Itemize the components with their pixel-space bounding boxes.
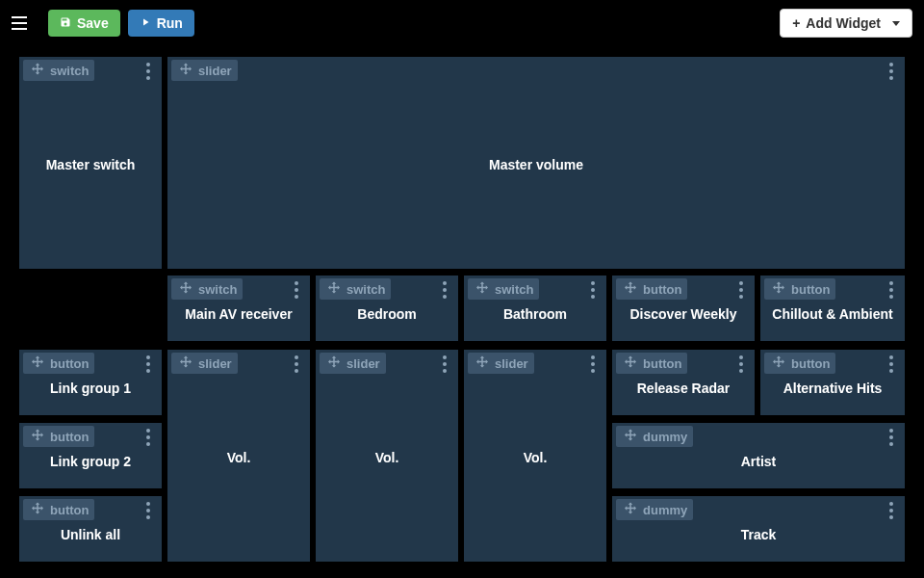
widget-type-label: button xyxy=(791,356,830,371)
widget-vol-2[interactable]: slider Vol. xyxy=(315,349,459,563)
widget-title: Link group 2 xyxy=(19,450,162,469)
widget-title: Vol. xyxy=(219,446,259,465)
widget-title: Link group 1 xyxy=(19,377,162,396)
widget-type-label: slider xyxy=(495,356,528,371)
kebab-icon[interactable] xyxy=(884,427,899,448)
widget-link-group-1[interactable]: button Link group 1 xyxy=(18,349,163,416)
widget-type-label: button xyxy=(50,503,89,517)
kebab-icon[interactable] xyxy=(733,279,749,301)
widget-bedroom[interactable]: switch Bedroom xyxy=(315,275,459,342)
kebab-icon[interactable] xyxy=(884,354,899,375)
widget-track[interactable]: dummy Track xyxy=(611,495,906,563)
widget-release-radar[interactable]: button Release Radar xyxy=(611,349,756,416)
widget-type-label: button xyxy=(643,356,681,371)
kebab-icon[interactable] xyxy=(437,354,452,375)
kebab-icon[interactable] xyxy=(141,354,156,375)
widget-title: Master volume xyxy=(481,153,591,172)
widget-title: Discover Weekly xyxy=(612,302,755,322)
kebab-icon[interactable] xyxy=(585,279,601,301)
plus-icon: + xyxy=(792,15,800,31)
kebab-icon[interactable] xyxy=(289,279,304,301)
add-widget-button[interactable]: + Add Widget xyxy=(780,9,912,38)
widget-artist[interactable]: dummy Artist xyxy=(611,422,906,489)
widget-unlink-all[interactable]: button Unlink all xyxy=(18,495,163,563)
save-button[interactable]: Save xyxy=(48,10,120,37)
widget-type-label: button xyxy=(50,430,89,444)
move-icon[interactable] xyxy=(29,62,46,79)
run-button[interactable]: Run xyxy=(128,10,194,37)
widget-vol-1[interactable]: slider Vol. xyxy=(167,349,311,563)
widget-type-label: button xyxy=(643,282,681,297)
widget-type-label: slider xyxy=(198,356,232,371)
widget-title: Master switch xyxy=(38,153,143,172)
widget-alternative-hits[interactable]: button Alternative Hits xyxy=(759,349,906,416)
widget-title: Bedroom xyxy=(316,302,458,322)
move-icon[interactable] xyxy=(177,62,194,79)
caret-down-icon xyxy=(892,21,900,26)
widget-title: Bathroom xyxy=(464,302,606,322)
move-icon[interactable] xyxy=(177,355,194,372)
kebab-icon[interactable] xyxy=(141,427,156,448)
move-icon[interactable] xyxy=(622,280,639,298)
widget-discover-weekly[interactable]: button Discover Weekly xyxy=(611,275,756,342)
kebab-icon[interactable] xyxy=(884,500,899,521)
save-icon xyxy=(60,15,71,31)
widget-title: Chillout & Ambient xyxy=(760,302,905,322)
widget-title: Alternative Hits xyxy=(760,377,905,396)
move-icon[interactable] xyxy=(474,355,491,372)
kebab-icon[interactable] xyxy=(884,61,899,82)
move-icon[interactable] xyxy=(474,280,491,298)
widget-chillout[interactable]: button Chillout & Ambient xyxy=(759,275,906,342)
move-icon[interactable] xyxy=(29,428,46,445)
move-icon[interactable] xyxy=(29,501,46,518)
kebab-icon[interactable] xyxy=(884,279,899,301)
widget-title: Track xyxy=(612,523,905,542)
widget-type-label: button xyxy=(50,356,89,371)
move-icon[interactable] xyxy=(325,355,343,372)
save-button-label: Save xyxy=(77,15,109,31)
kebab-icon[interactable] xyxy=(437,279,452,301)
widget-type-label: button xyxy=(791,282,830,297)
widget-title: Release Radar xyxy=(612,377,755,396)
play-icon xyxy=(140,15,151,31)
widget-master-volume[interactable]: slider Master volume xyxy=(167,56,906,270)
widget-type-label: switch xyxy=(495,282,533,297)
dashboard-grid: switch Master switch slider Master volum… xyxy=(0,46,924,578)
widget-title: Artist xyxy=(612,450,905,469)
widget-type-label: slider xyxy=(198,64,232,78)
widget-title: Vol. xyxy=(516,446,555,465)
kebab-icon[interactable] xyxy=(289,354,304,375)
kebab-icon[interactable] xyxy=(141,61,156,82)
widget-type-label: dummy xyxy=(643,503,687,517)
kebab-icon[interactable] xyxy=(733,354,749,375)
widget-type-label: switch xyxy=(50,64,89,78)
move-icon[interactable] xyxy=(770,355,787,372)
menu-icon[interactable] xyxy=(12,12,35,35)
widget-main-av[interactable]: switch Main AV receiver xyxy=(167,275,311,342)
move-icon[interactable] xyxy=(622,428,639,445)
kebab-icon[interactable] xyxy=(585,354,601,375)
move-icon[interactable] xyxy=(622,355,639,372)
widget-type-label: dummy xyxy=(643,430,687,444)
move-icon[interactable] xyxy=(177,280,194,298)
widget-type-label: switch xyxy=(346,282,385,297)
widget-bathroom[interactable]: switch Bathroom xyxy=(463,275,607,342)
widget-link-group-2[interactable]: button Link group 2 xyxy=(18,422,163,489)
widget-master-switch[interactable]: switch Master switch xyxy=(18,56,163,270)
widget-title: Unlink all xyxy=(19,523,162,542)
kebab-icon[interactable] xyxy=(141,500,156,521)
toolbar: Save Run + Add Widget xyxy=(0,0,924,46)
widget-title: Vol. xyxy=(368,446,407,465)
run-button-label: Run xyxy=(157,15,183,31)
widget-vol-3[interactable]: slider Vol. xyxy=(463,349,607,563)
widget-title: Main AV receiver xyxy=(167,302,310,322)
move-icon[interactable] xyxy=(622,501,639,518)
add-widget-label: Add Widget xyxy=(806,15,881,31)
move-icon[interactable] xyxy=(770,280,787,298)
widget-type-label: slider xyxy=(346,356,380,371)
move-icon[interactable] xyxy=(29,355,46,372)
move-icon[interactable] xyxy=(325,280,343,298)
widget-type-label: switch xyxy=(198,282,237,297)
